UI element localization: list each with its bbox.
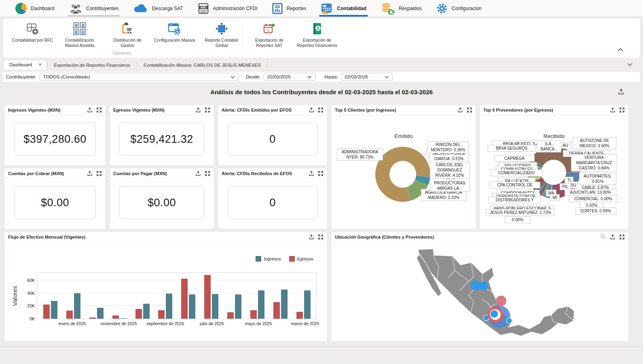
svg-text:XML: XML <box>200 6 207 9</box>
fit-square-icon <box>215 22 228 36</box>
zoom-map-icon[interactable] <box>600 234 606 240</box>
database-sync-icon <box>381 2 395 15</box>
legend-egresos[interactable]: Egresos <box>289 256 313 262</box>
ribbon-group-divider <box>242 22 243 54</box>
chevron-down-icon <box>307 76 312 78</box>
contribuyente-select[interactable]: TODOS (Consolidado) <box>40 73 239 81</box>
bar-ingresos <box>258 290 264 319</box>
nav-descarga-sat[interactable]: Descarga SAT <box>133 0 183 17</box>
nav-active-underline <box>319 15 368 17</box>
kpi-value: $0.00 <box>119 186 204 219</box>
kpi-panel: Ingresos Vigentes (MXN) $397,280.60 <box>4 104 106 166</box>
export-panel-icon[interactable] <box>195 171 201 176</box>
pie-callout: CORTES: 0.59% <box>575 207 616 214</box>
x-axis-label: julio de 2025 <box>186 321 238 326</box>
nav-administracion-cfdi[interactable]: XML Administración CFDI <box>198 0 258 17</box>
close-tab-icon[interactable]: × <box>38 63 42 67</box>
bar-group <box>181 273 195 319</box>
export-panel-icon[interactable] <box>309 171 314 176</box>
expand-panel-icon[interactable] <box>619 234 625 240</box>
nav-label: Reportes <box>287 6 307 11</box>
bar-chart-plot[interactable]: Valores 0K20K40K60Kenero de 2026noviembr… <box>37 272 317 319</box>
nav-respaldos[interactable]: Respaldos <box>381 0 422 17</box>
desde-select[interactable]: 02/03/2025 <box>264 73 315 81</box>
nav-dashboard[interactable]: Dashboard <box>15 0 55 17</box>
bar-group <box>112 273 127 319</box>
kpi-panel: Alerta: CFDIs Emitidos por EFOS 0 <box>218 104 328 166</box>
bar-egresos <box>273 302 280 319</box>
contribuyente-value: TODOS (Consolidado) <box>43 74 228 79</box>
x-axis-label: mayo de 2025 <box>232 321 285 326</box>
x-axis-label: noviembre de 2025 <box>93 321 145 326</box>
export-panel-icon[interactable] <box>309 107 314 113</box>
tab-contabilizacion-masiva[interactable]: Contabilización Masiva: CARLOS DE JESUS … <box>137 61 267 70</box>
nav-label: Configuración <box>452 6 482 11</box>
ribbon-label: Contabilización Masiva Asistida <box>59 38 101 48</box>
legend-swatch <box>289 256 295 262</box>
export-panel-icon[interactable] <box>87 171 93 176</box>
nav-contribuyentes[interactable]: Contribuyentes <box>69 0 119 17</box>
bar-ingresos <box>51 301 57 319</box>
expand-panel-icon[interactable] <box>318 234 324 240</box>
x-axis-label: enero de 2026 <box>46 321 98 326</box>
x-axis-tick <box>305 319 305 320</box>
tab-exportacion-reportes-financieros[interactable]: Exportación de Reportes Financieros <box>47 61 137 70</box>
nav-label: Respaldos <box>399 6 422 11</box>
hasta-label: Hasta: <box>324 74 338 79</box>
export-panel-icon[interactable] <box>195 107 201 113</box>
tab-dashboard[interactable]: Dashboard × <box>3 60 47 70</box>
expand-panel-icon[interactable] <box>205 107 210 113</box>
ribbon-label: Exportación de Reportes Financieros <box>296 38 338 48</box>
tab-overflow-chevron-icon[interactable] <box>627 63 632 66</box>
nav-reportes[interactable]: Reportes <box>272 0 307 17</box>
ribbon-distribucion-de-gastos[interactable]: Distribución de Gastos <box>104 22 151 48</box>
page-title: Análisis de todos los Contribuyentes des… <box>0 89 643 95</box>
export-panel-icon[interactable] <box>87 107 93 113</box>
nav-contabilidad[interactable]: Contabilidad <box>321 0 366 17</box>
tab-separator <box>267 62 268 68</box>
y-axis-tick: 20K <box>20 303 35 308</box>
bar-ingresos <box>189 294 195 319</box>
ribbon-contabilizacion-masiva-asistida[interactable]: Contabilización Masiva Asistida <box>56 22 104 48</box>
bar-egresos <box>158 310 165 319</box>
ribbon-exportacion-reportes-financieros[interactable]: $ Exportación de Reportes Financieros <box>293 22 341 48</box>
expand-panel-icon[interactable] <box>318 107 324 113</box>
pie-callout: AUTOZONE DEMEXICO: 0.50% <box>573 137 616 149</box>
collapse-ribbon-chevron-icon[interactable] <box>618 48 623 51</box>
bar-ingresos <box>166 294 172 319</box>
x-axis-tick <box>119 319 119 320</box>
bubble-blue-core <box>490 310 498 318</box>
legend-ingresos[interactable]: Ingresos <box>256 256 281 262</box>
ribbon-exportacion-reportes-sat[interactable]: 1 Exportación de Reportes SAT <box>245 22 293 48</box>
pie-callout: MI <box>550 194 560 201</box>
nav-configuracion[interactable]: Configuración <box>436 0 482 17</box>
tab-label: Dashboard <box>9 62 32 67</box>
calculator-icon <box>321 3 333 14</box>
hasta-select[interactable]: 02/03/2026 <box>341 73 393 81</box>
bar-group <box>204 273 218 319</box>
ribbon-contabilidad-por-rfc[interactable]: Contabilidad por RFC <box>9 22 56 43</box>
chart-legend: Ingresos Egresos <box>256 256 313 262</box>
expand-panel-icon[interactable] <box>205 171 210 176</box>
nav-label: Administración CFDI <box>213 6 258 11</box>
bar-ingresos <box>97 308 104 319</box>
pie-callout-layer: ADMINISTRADORANYER: 80.73%RINCON DELMONT… <box>331 105 476 229</box>
kpi-panel: Egresos Vigentes (MXN) $259,421.32 <box>109 104 214 166</box>
export-dashboard-icon[interactable] <box>618 89 624 95</box>
bar-group <box>89 273 104 319</box>
ribbon-reporte-contable-global[interactable]: Reporte Contable Global <box>198 22 245 48</box>
kpi-panel: Alerta: CFDIs Recibidos de EFOS 0 <box>218 168 328 229</box>
bar-egresos <box>181 279 188 319</box>
export-panel-icon[interactable] <box>309 234 314 240</box>
expand-panel-icon[interactable] <box>96 171 102 176</box>
mexico-map[interactable] <box>331 242 628 341</box>
kpi-title: Egresos Vigentes (MXN) <box>113 108 165 112</box>
expand-panel-icon[interactable] <box>318 171 324 176</box>
panel-flujo-efectivo: Flujo de Efectivo Mensual (Vigentes) Ing… <box>4 231 328 342</box>
ribbon-toolbar: Contabilidad por RFC Contabilización Mas… <box>2 18 641 58</box>
bar-group <box>135 273 150 319</box>
ribbon-configuracion-masiva[interactable]: Configuración Masiva <box>151 22 198 43</box>
expand-panel-icon[interactable] <box>96 107 102 113</box>
bar-egresos <box>89 317 96 319</box>
export-panel-icon[interactable] <box>610 234 616 240</box>
